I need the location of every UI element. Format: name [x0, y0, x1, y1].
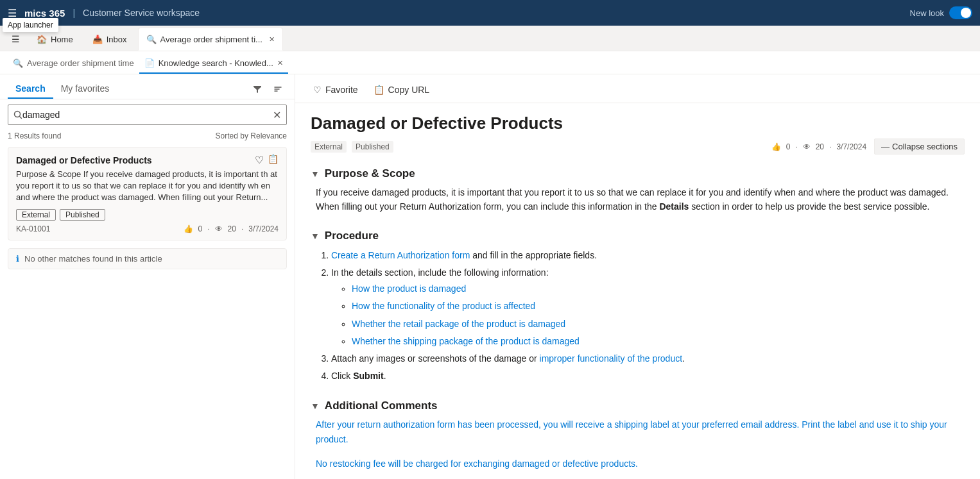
no-match-notice: ℹ No other matches found in this article [8, 248, 287, 269]
section-purpose-title: Purpose & Scope [325, 167, 415, 180]
return-auth-link[interactable]: Create a Return Authorization form [331, 250, 470, 260]
procedure-step-3: Attach any images or screenshots of the … [331, 351, 965, 367]
result-tags: External Published [16, 209, 279, 221]
section-purpose: ▼ Purpose & Scope If you receive damaged… [311, 162, 965, 214]
search-clear-button[interactable]: ✕ [273, 109, 281, 121]
sub-tab-knowledge[interactable]: 📄 Knowledge search - Knowled... ✕ [139, 53, 288, 74]
result-title[interactable]: Damaged or Defective Products [16, 155, 152, 165]
article-title: Damaged or Defective Products [311, 113, 965, 133]
section-additional-body: After your return authorization form has… [311, 417, 965, 471]
top-bar: ☰ mics 365 | Customer Service workspace … [0, 0, 980, 26]
result-card: Damaged or Defective Products ♡ 📋 Purpos… [8, 147, 287, 240]
sub-item-2: How the functionality of the product is … [352, 298, 965, 314]
copy-url-icon[interactable]: 📋 [268, 154, 279, 166]
result-actions: ♡ 📋 [255, 154, 279, 166]
new-look-label: New look [910, 8, 944, 18]
chevron-purpose-icon: ▼ [311, 169, 320, 179]
logo-divider: | [73, 8, 75, 18]
section-purpose-header[interactable]: ▼ Purpose & Scope [311, 162, 965, 185]
section-procedure-header[interactable]: ▼ Procedure [311, 224, 965, 248]
sub-link-2[interactable]: How the functionality of the product is … [352, 301, 535, 311]
tab-inbox[interactable]: 📥 Inbox [84, 28, 135, 51]
favorite-button[interactable]: ♡ Favorite [311, 82, 361, 97]
tab-bar-secondary: 🔍 Average order shipment time 📄 Knowledg… [0, 51, 980, 74]
results-info: 1 Results found Sorted by Relevance [0, 130, 295, 144]
favorite-label: Favorite [325, 85, 358, 95]
sort-button[interactable] [269, 80, 287, 98]
tab-average-order[interactable]: 🔍 Average order shipment ti... ✕ [138, 28, 283, 51]
app-logo: mics 365 [24, 8, 65, 19]
top-bar-right: New look [910, 6, 972, 19]
results-count: 1 Results found [8, 131, 61, 140]
step-2-text: In the details section, include the foll… [331, 267, 549, 278]
sub-tab-title[interactable]: 🔍 Average order shipment time [8, 53, 139, 74]
sub-link-1[interactable]: How the product is damaged [352, 283, 466, 294]
stats-views: 20 [816, 142, 824, 151]
tag-external: External [16, 209, 56, 221]
tab-bar-primary: ☰ 🏠 Home 📥 Inbox 🔍 Average order shipmen… [0, 26, 980, 51]
submit-bold: Submit [353, 371, 383, 381]
tag-published: Published [60, 209, 105, 221]
section-additional-header[interactable]: ▼ Additional Comments [311, 394, 965, 417]
favorite-icon[interactable]: ♡ [255, 154, 264, 166]
collapse-icon: — [881, 142, 890, 151]
sub-tab-knowledge-label: Knowledge search - Knowled... [159, 58, 273, 68]
info-icon: ℹ [16, 254, 19, 264]
article-badges-row: External Published 👍 0 · 👁 20 · 3/7/2024 [311, 139, 965, 155]
procedure-step-4: Click Submit. [331, 368, 965, 384]
result-date: 3/7/2024 [248, 224, 279, 233]
home-icon: 🏠 [37, 35, 47, 44]
section-purpose-body: If you receive damaged products, it is i… [311, 185, 965, 214]
collapse-sections-button[interactable]: — Collapse sections [874, 139, 965, 155]
chevron-additional-icon: ▼ [311, 401, 320, 411]
stats-like-icon: 👍 [771, 142, 781, 151]
sub-item-3: Whether the retail package of the produc… [352, 316, 965, 332]
badge-published: Published [352, 141, 393, 153]
tab-favorites[interactable]: My favorites [53, 80, 117, 99]
search-bar[interactable]: ✕ [8, 105, 287, 125]
copy-url-button[interactable]: 📋 Copy URL [371, 82, 433, 97]
sort-icon [273, 85, 282, 94]
stats-views-icon: 👁 [803, 142, 811, 151]
section-additional-title: Additional Comments [325, 399, 438, 412]
new-look-toggle[interactable] [949, 6, 972, 19]
additional-text-1: After your return authorization form has… [316, 417, 965, 446]
sub-item-1: How the product is damaged [352, 281, 965, 297]
procedure-step-2: In the details section, include the foll… [331, 265, 965, 349]
sub-tab-knowledge-close[interactable]: ✕ [277, 59, 283, 67]
search-input[interactable] [22, 110, 273, 120]
result-card-header: Damaged or Defective Products ♡ 📋 [16, 154, 279, 166]
result-views-icon: 👁 [215, 224, 223, 233]
hamburger-icon[interactable]: ☰ [8, 7, 17, 19]
improper-link[interactable]: improper functionality of the product [540, 353, 683, 364]
tab-average-order-close[interactable]: ✕ [269, 35, 275, 44]
procedure-sub-list: How the product is damaged How the funct… [331, 281, 965, 349]
sub-link-4[interactable]: Whether the shipping package of the prod… [352, 336, 580, 346]
stats-likes: 0 [786, 142, 791, 151]
right-panel: ♡ Favorite 📋 Copy URL Damaged or Defecti… [295, 74, 980, 479]
tab-home-label: Home [51, 35, 73, 44]
return-link-2[interactable]: return [357, 419, 381, 430]
section-procedure: ▼ Procedure Create a Return Authorizatio… [311, 224, 965, 385]
result-meta: KA-01001 👍 0 · 👁 20 · 3/7/2024 [16, 224, 279, 233]
result-likes: 0 [198, 224, 203, 233]
collapse-label: Collapse sections [892, 142, 958, 151]
filter-icon [253, 85, 262, 94]
purpose-text: If you receive damaged products, it is i… [316, 185, 965, 214]
details-bold: Details [659, 201, 689, 212]
article-meta-row: 👍 0 · 👁 20 · 3/7/2024 — Collapse section… [771, 139, 965, 155]
result-id: KA-01001 [16, 224, 50, 233]
badge-group: External Published [311, 141, 393, 153]
sub-tab-title-label: Average order shipment time [27, 58, 134, 68]
section-procedure-title: Procedure [325, 230, 379, 242]
article-stats: 👍 0 · 👁 20 · 3/7/2024 [771, 142, 866, 151]
result-views: 20 [228, 224, 236, 233]
copy-url-icon-toolbar: 📋 [374, 85, 384, 95]
app-launcher-tooltip: App launcher [3, 18, 58, 32]
sub-link-3[interactable]: Whether the retail package of the produc… [352, 319, 565, 329]
search-tab-bar: Search My favorites [0, 74, 295, 99]
filter-button[interactable] [248, 80, 266, 98]
tab-search[interactable]: Search [8, 80, 53, 99]
no-restocking-link[interactable]: No restocking fee will be charged for ex… [316, 458, 638, 469]
tab-search-icon: 🔍 [146, 35, 157, 44]
